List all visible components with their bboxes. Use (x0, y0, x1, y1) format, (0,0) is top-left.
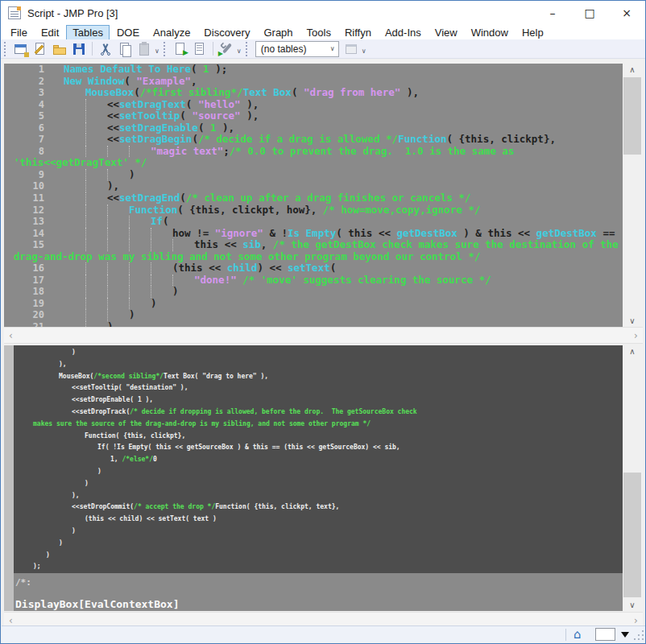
minimize-button[interactable]: – (534, 1, 571, 25)
code-line: 17"done!" /* 'move' suggests clearing th… (4, 275, 623, 287)
indent-guide (129, 239, 130, 251)
scroll-up-icon[interactable]: ∧ (623, 64, 642, 76)
indent-guide (172, 275, 173, 287)
menu-item-riffyn[interactable]: Riffyn (338, 25, 378, 40)
menu-item-discovery[interactable]: Discovery (197, 25, 256, 40)
indent-guide (107, 239, 108, 251)
line-number: 20 (4, 309, 44, 321)
indent-guide (85, 298, 86, 310)
line-number: 7 (4, 134, 44, 146)
indent-guide (129, 228, 130, 240)
indent-guide (129, 262, 130, 275)
script-editor-pane[interactable]: 1Names Default To Here( 1 );2New Window(… (4, 64, 623, 327)
line-number: 2 (4, 76, 44, 88)
content-area: 1Names Default To Here( 1 );2New Window(… (2, 59, 646, 627)
toolbar-grip[interactable] (246, 42, 250, 56)
line-number: 10 (4, 180, 44, 192)
indent-guide (151, 286, 151, 298)
line-number: 1 (4, 64, 44, 76)
maximize-button[interactable]: □ (571, 1, 608, 25)
scroll-up-icon[interactable]: ∧ (623, 345, 642, 357)
menu-bar: FileEditTablesDOEAnalyzeDiscoveryGraphTo… (1, 25, 645, 39)
new-window-icon[interactable] (32, 41, 48, 57)
indent-guide (85, 204, 86, 217)
menu-item-edit[interactable]: Edit (35, 25, 65, 40)
line-number: 5 (4, 110, 44, 122)
menu-item-window[interactable]: Window (465, 25, 515, 40)
copy-icon[interactable] (117, 41, 133, 57)
scroll-right-icon[interactable]: › (629, 328, 643, 345)
open-icon[interactable] (52, 41, 68, 57)
log-line: (this << child) << setText( text ) (14, 514, 623, 526)
menu-item-analyze[interactable]: Analyze (147, 25, 197, 40)
log-line: MouseBox(/*second sibling*/Text Box( "dr… (14, 371, 623, 383)
log-scrollbar-thumb[interactable] (623, 473, 641, 597)
menu-item-tools[interactable]: Tools (300, 25, 337, 40)
tools-icon[interactable]: ▶ (218, 41, 234, 57)
toolbar-grip[interactable] (4, 42, 8, 56)
tables-dropdown[interactable]: (no tables) ∨ (255, 41, 339, 57)
toolbar-grip[interactable] (164, 42, 168, 56)
statusbar-separator (565, 629, 566, 641)
code-line: 8"magic text";/* 0.0 to prevent the drag… (4, 146, 623, 158)
home-icon[interactable]: ⌂ (574, 626, 582, 642)
log-line: ) (14, 478, 623, 490)
log-line: ) (14, 550, 623, 562)
resize-grip[interactable] (642, 638, 644, 640)
menu-item-graph[interactable]: Graph (257, 25, 299, 40)
menu-item-help[interactable]: Help (516, 25, 550, 40)
menu-item-file[interactable]: File (4, 25, 34, 40)
titlebar[interactable]: Script - JMP Pro [3] – □ × (1, 1, 645, 25)
line-number: 14 (4, 228, 44, 240)
log-icon[interactable] (192, 41, 208, 57)
cut-icon[interactable] (97, 41, 114, 57)
indent-guide (151, 228, 151, 240)
menu-item-tables[interactable]: Tables (66, 25, 110, 40)
indent-guide (85, 122, 86, 134)
log-line: ) (14, 526, 623, 538)
log-line: <<setDropCommit(/* accept the drop */Fun… (14, 502, 623, 514)
menu-item-doe[interactable]: DOE (110, 25, 146, 40)
indent-guide (85, 275, 86, 287)
window-list-dropdown-icon[interactable] (621, 632, 629, 638)
paste-icon[interactable] (136, 41, 152, 57)
code-line: 4<<setDragText( "hello" ), (4, 99, 623, 111)
new-table-icon[interactable] (13, 41, 29, 57)
indent-guide (172, 239, 173, 251)
code-line: 'this<<getDragText' */ (4, 157, 623, 169)
code-line: 15this << sib, /* the getDestBox check m… (4, 239, 623, 251)
log-line: <<setDropEnable( 1 ), (14, 394, 623, 407)
toolbar-overflow-chevron[interactable]: ∨ (155, 47, 159, 55)
indent-guide (107, 262, 108, 275)
indent-guide (85, 134, 86, 146)
save-icon[interactable] (71, 41, 87, 57)
scroll-left-icon[interactable]: ‹ (4, 328, 18, 345)
code-line: 20) (4, 309, 623, 321)
editor-vertical-scrollbar[interactable]: ∧ ∨ (623, 64, 642, 327)
code-line: 9) (4, 169, 623, 181)
log-pane[interactable]: )),MouseBox(/*second sibling*/Text Box( … (4, 345, 623, 611)
log-vertical-scrollbar[interactable]: ∧ ∨ (623, 345, 642, 611)
close-button[interactable]: × (608, 1, 645, 25)
editor-horizontal-scrollbar[interactable]: ‹ › (4, 327, 643, 344)
scroll-down-icon[interactable]: ∨ (623, 315, 642, 327)
line-number: 16 (4, 262, 44, 275)
menu-item-view[interactable]: View (429, 25, 464, 40)
line-number: 13 (4, 216, 44, 228)
run-script-icon[interactable]: ▶ (172, 41, 188, 57)
toolbar-overflow-chevron[interactable]: ∨ (362, 47, 366, 55)
editor-scrollbar-thumb[interactable] (623, 77, 641, 155)
window-list-box[interactable] (595, 628, 615, 641)
line-number: 21 (4, 321, 44, 327)
log-selected-text[interactable]: )),MouseBox(/*second sibling*/Text Box( … (14, 345, 623, 573)
code-line: drag-and-drop was my sibling and not som… (4, 251, 623, 263)
log-result-text: DisplayBox[EvalContextBox] (14, 587, 623, 610)
toolbar-overflow-chevron[interactable]: ∨ (237, 47, 242, 55)
code-line: 12Function( {this, clickpt, how}, /* how… (4, 204, 623, 217)
toolbar-separator (92, 42, 93, 56)
code-line: 3MouseBox(/*first sibling*/Text Box( "dr… (4, 87, 623, 99)
code-line: 11<<setDragEnd(/* clean up after a drag … (4, 192, 623, 204)
menu-item-add-ins[interactable]: Add-Ins (379, 25, 428, 40)
indent-guide (107, 216, 108, 228)
scroll-down-icon[interactable]: ∨ (623, 599, 642, 611)
